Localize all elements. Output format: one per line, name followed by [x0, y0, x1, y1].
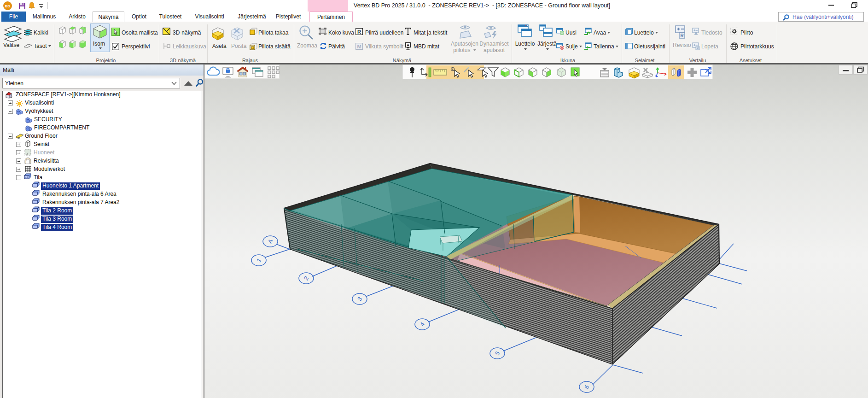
svg-text:2: 2: [302, 275, 310, 281]
svg-text:R: R: [357, 29, 361, 35]
svg-text:M: M: [357, 44, 361, 49]
svg-text:6: 6: [583, 384, 591, 390]
svg-text:R: R: [680, 33, 684, 38]
svg-text:3: 3: [356, 296, 364, 302]
svg-text:5: 5: [494, 350, 501, 357]
svg-text:BD: BD: [5, 4, 11, 8]
svg-text:4: 4: [419, 322, 426, 328]
svg-text:A: A: [407, 43, 409, 47]
svg-text:A: A: [266, 238, 274, 245]
svg-text:1: 1: [255, 258, 263, 263]
